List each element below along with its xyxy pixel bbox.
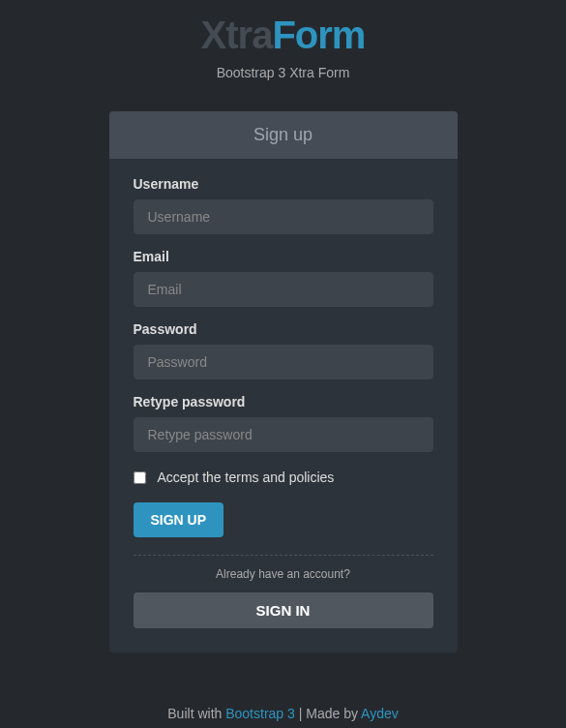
terms-label: Accept the terms and policies bbox=[158, 470, 335, 485]
retype-group: Retype password bbox=[134, 394, 433, 452]
username-label: Username bbox=[134, 176, 433, 192]
signin-button[interactable]: Sign in bbox=[134, 592, 433, 628]
email-label: Email bbox=[134, 249, 433, 264]
card-header: Sign up bbox=[109, 111, 458, 159]
retype-label: Retype password bbox=[134, 394, 433, 410]
card-body: Username Email Password Retype password … bbox=[109, 159, 458, 652]
terms-checkbox[interactable] bbox=[134, 471, 146, 484]
logo-part2: Form bbox=[272, 14, 365, 56]
footer-built-with: Built with bbox=[167, 706, 225, 721]
footer: Built with Bootstrap 3 | Made by Aydev bbox=[0, 706, 566, 721]
email-group: Email bbox=[134, 249, 433, 307]
signup-card: Sign up Username Email Password Retype p… bbox=[109, 111, 458, 652]
email-input[interactable] bbox=[134, 272, 433, 307]
logo-part1: Xtra bbox=[201, 14, 273, 56]
divider bbox=[134, 555, 433, 556]
logo: XtraForm bbox=[0, 0, 566, 57]
username-group: Username bbox=[134, 176, 433, 234]
username-input[interactable] bbox=[134, 199, 433, 234]
tagline: Bootstrap 3 Xtra Form bbox=[0, 65, 566, 80]
aydev-link[interactable]: Aydev bbox=[361, 706, 399, 721]
bootstrap-link[interactable]: Bootstrap 3 bbox=[225, 706, 295, 721]
password-label: Password bbox=[134, 321, 433, 337]
footer-separator: | Made by bbox=[295, 706, 361, 721]
password-group: Password bbox=[134, 321, 433, 379]
password-input[interactable] bbox=[134, 345, 433, 379]
retype-input[interactable] bbox=[134, 417, 433, 452]
terms-row: Accept the terms and policies bbox=[134, 470, 433, 485]
signup-button[interactable]: Sign up bbox=[134, 502, 224, 537]
already-have-account-text: Already have an account? bbox=[134, 567, 433, 581]
